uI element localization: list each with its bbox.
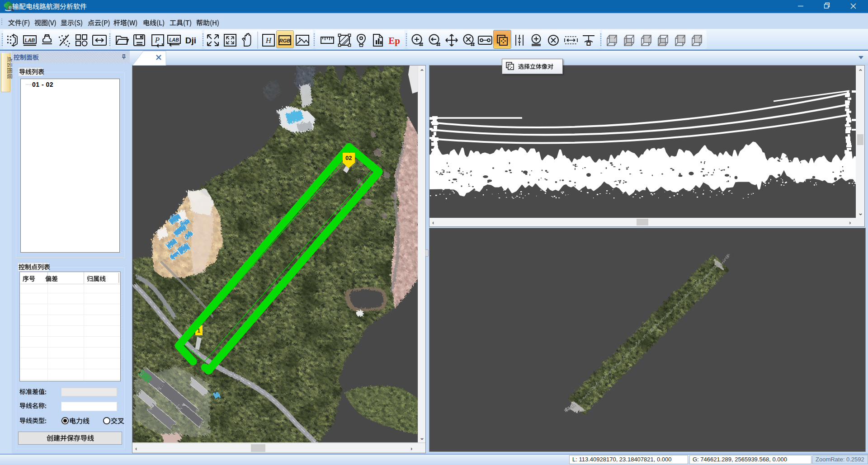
svg-text:Ep: Ep [388, 35, 400, 46]
svg-text:RGB: RGB [279, 38, 291, 43]
svg-text:LAB: LAB [169, 37, 179, 42]
svg-text:LAB: LAB [25, 38, 35, 43]
svg-text:P: P [155, 36, 160, 44]
svg-text:02: 02 [345, 155, 352, 161]
svg-text:H: H [265, 36, 272, 45]
svg-text:Dji: Dji [185, 36, 196, 45]
